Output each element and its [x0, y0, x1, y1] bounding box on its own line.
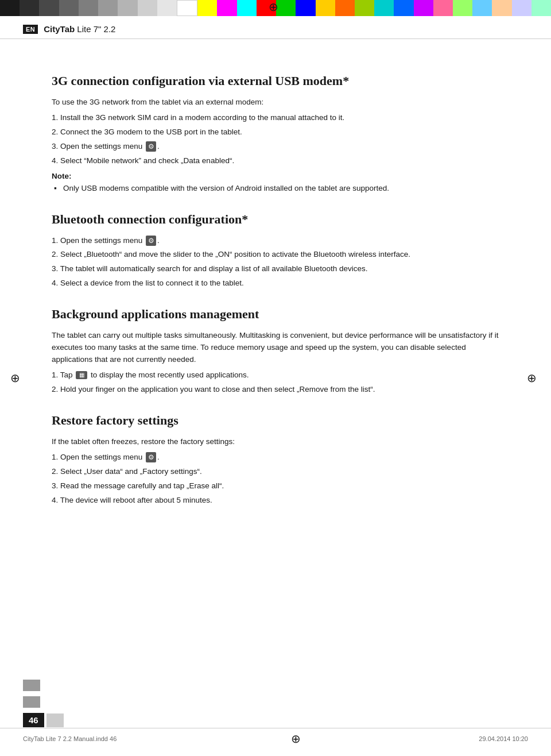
right-crosshair — [527, 371, 541, 385]
footer-crosshair — [291, 732, 305, 746]
section-factory-reset-intro: If the tablet often freezes, restore the… — [52, 436, 499, 448]
section-factory-reset-heading: Restore factory settings — [52, 413, 499, 428]
footer: CityTab Lite 7 2.2 Manual.indd 46 29.04.… — [0, 728, 551, 746]
settings-icon-fr — [146, 452, 156, 462]
left-crosshair — [10, 371, 24, 385]
section-bg-apps: Background applications management The t… — [52, 307, 499, 396]
section-3g: 3G connection configuration via external… — [52, 74, 499, 195]
footer-right: 29.04.2014 10:20 — [479, 735, 528, 742]
main-content: 3G connection configuration via external… — [0, 39, 551, 526]
step-3g-2: 2. Connect the 3G modem to the USB port … — [52, 126, 499, 138]
settings-icon-3g — [146, 141, 156, 152]
section-bg-apps-heading: Background applications management — [52, 307, 499, 322]
bottom-registration: 46 — [0, 680, 551, 727]
step-3g-1: 1. Install the 3G network SIM card in a … — [52, 112, 499, 124]
step-bg-2: 2. Hold your finger on the application y… — [52, 384, 499, 396]
step-3g-3: 3. Open the settings menu . — [52, 141, 499, 153]
bottom-block-light — [46, 713, 64, 727]
header: EN CityTab Lite 7" 2.2 — [0, 16, 551, 39]
recent-apps-icon — [76, 371, 87, 379]
section-bluetooth: Bluetooth connection configuration* 1. O… — [52, 212, 499, 290]
language-badge: EN — [23, 25, 38, 34]
step-bg-1: 1. Tap to display the most recently used… — [52, 369, 499, 381]
step-fr-1: 1. Open the settings menu . — [52, 452, 499, 464]
step-fr-2: 2. Select „User data“ and „Factory setti… — [52, 466, 499, 478]
step-bt-3: 3. The tablet will automatically search … — [52, 263, 499, 275]
top-crosshair — [269, 0, 282, 14]
step-fr-3: 3. Read the message carefully and tap „E… — [52, 480, 499, 492]
step-fr-4: 4. The device will reboot after about 5 … — [52, 495, 499, 507]
note-label-3g: Note: — [52, 172, 499, 180]
step-3g-4: 4. Select “Mobile network” and check „Da… — [52, 155, 499, 167]
section-3g-intro: To use the 3G network from the tablet vi… — [52, 97, 499, 109]
step-bt-1: 1. Open the settings menu . — [52, 235, 499, 247]
bullet-3g-1: Only USB modems compatible with the vers… — [52, 183, 499, 195]
step-bt-2: 2. Select „Bluetooth“ and move the slide… — [52, 249, 499, 261]
section-bg-apps-intro: The tablet can carry out multiple tasks … — [52, 330, 499, 366]
step-bt-4: 4. Select a device from the list to conn… — [52, 277, 499, 290]
header-title: CityTab Lite 7" 2.2 — [44, 24, 115, 34]
bottom-block-gray2 — [23, 696, 40, 708]
section-factory-reset: Restore factory settings If the tablet o… — [52, 413, 499, 507]
bottom-block-gray — [23, 680, 40, 691]
section-bluetooth-heading: Bluetooth connection configuration* — [52, 212, 499, 227]
footer-left: CityTab Lite 7 2.2 Manual.indd 46 — [23, 735, 117, 742]
settings-icon-bt — [146, 236, 156, 246]
section-3g-heading: 3G connection configuration via external… — [52, 74, 499, 88]
page-number: 46 — [23, 713, 44, 727]
